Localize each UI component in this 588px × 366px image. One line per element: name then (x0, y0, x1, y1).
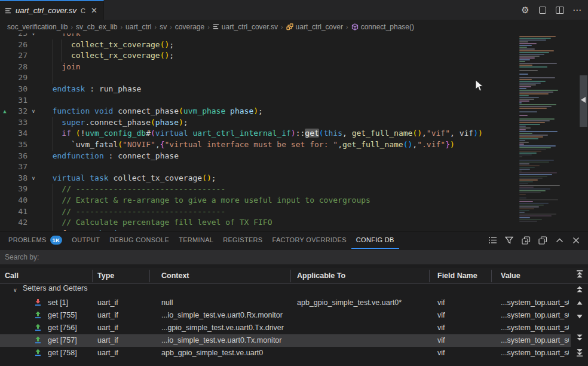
code-line: 26 collect_tx_coverage(); (0, 39, 588, 51)
breadcrumb-item[interactable]: sv (160, 23, 167, 31)
duplicate-window-icon[interactable] (538, 236, 547, 245)
class-icon (286, 23, 293, 30)
code-line: 39 // -------------------------------- (0, 184, 588, 195)
code-line: 36 endfunction : connect_phase (0, 151, 588, 162)
panel-tab-terminal[interactable]: TERMINAL (174, 231, 218, 249)
code-line: 31 (0, 95, 588, 106)
code-line: 30 endtask : run_phase (0, 84, 588, 95)
call-cell: get [756] (48, 322, 92, 334)
line-number: 32 (10, 106, 27, 117)
page-down-icon[interactable] (575, 333, 584, 341)
panel-actions (488, 231, 581, 249)
line-number: 28 (10, 62, 27, 73)
file-icon (5, 7, 12, 14)
row-down-icon[interactable] (575, 312, 584, 321)
call-cell: set [1] (48, 297, 92, 309)
layout-icon[interactable] (538, 5, 547, 15)
field-name-cell: vif (437, 309, 490, 322)
coverage-arrow-icon: ▲ (0, 106, 10, 117)
breadcrumb-item[interactable]: coverage (175, 23, 204, 31)
line-number: 25 (10, 33, 27, 39)
search-input[interactable] (0, 250, 588, 264)
context-cell: apb_gpio_simple_test.ve.uart0 (161, 347, 289, 359)
split-editor-icon[interactable] (555, 5, 565, 15)
table-row[interactable]: set [1]uart_ifnullapb_gpio_simple_test.v… (0, 297, 571, 309)
line-number: 34 (10, 128, 27, 139)
panel-tab-problems[interactable]: PROBLEMS1K (4, 231, 67, 249)
breadcrumb-item-file[interactable]: uart_ctrl_cover.sv (213, 23, 278, 31)
panel-tab-registers[interactable]: REGISTERS (218, 231, 267, 249)
fold-chevron-icon[interactable]: ∨ (27, 33, 39, 39)
get-call-icon (34, 324, 42, 333)
code-line: 41 // -------------------------------- (0, 206, 588, 218)
breadcrumb-item[interactable]: sv_cb_ex_lib (76, 23, 117, 31)
group-row-setters-and-getters[interactable]: ∨ Setters and Getters (0, 284, 571, 297)
breadcrumb: soc_verification_lib› sv_cb_ex_lib› uart… (0, 20, 588, 33)
close-panel-icon[interactable] (571, 236, 581, 245)
line-number: 35 (10, 139, 27, 151)
breadcrumb-item-class[interactable]: uart_ctrl_cover (286, 23, 343, 31)
get-call-icon (34, 336, 42, 346)
value-cell: ...system_top.uart_s0 (501, 322, 569, 334)
gear-icon[interactable]: ⚙ (520, 5, 530, 15)
search-bar (0, 250, 588, 264)
tab-language-indicator: C (81, 7, 85, 14)
column-header-applicable-to[interactable]: Applicable To (297, 268, 345, 284)
panel-tab-output[interactable]: OUTPUT (67, 231, 105, 249)
new-window-plus-icon[interactable] (521, 236, 531, 245)
line-number: 30 (10, 84, 27, 95)
close-tab-icon[interactable]: ✕ (91, 7, 97, 14)
value-cell: ...system_top.uart_s0 (501, 334, 569, 347)
line-number: 33 (10, 117, 27, 129)
file-icon (213, 23, 219, 30)
vscode-window: { "window": { "tab": { "file": "uart_ctr… (0, 0, 588, 366)
field-name-cell: vif (437, 322, 490, 334)
code-editor[interactable]: 25∨ fork26 collect_tx_coverage();27 coll… (0, 33, 588, 231)
code-line: 40 // Extract & re-arrange to give a mor… (0, 195, 588, 206)
table-header: Call Type Context Applicable To Field Na… (0, 268, 588, 284)
panel-tab-debug-console[interactable]: DEBUG CONSOLE (105, 231, 174, 249)
row-up-icon[interactable] (575, 299, 584, 307)
table-row[interactable]: get [755]uart_if...io_simple_test.ve.uar… (0, 309, 571, 322)
get-call-icon (34, 311, 42, 321)
line-number: 40 (10, 195, 27, 206)
field-name-cell: vif (437, 334, 490, 347)
code-line: ▲32∨ function void connect_phase(uvm_pha… (0, 106, 588, 117)
table-row[interactable]: get [758]uart_ifapb_gpio_simple_test.ve.… (0, 347, 571, 359)
code-line: 33 super.connect_phase(phase); (0, 117, 588, 129)
column-header-call[interactable]: Call (5, 268, 19, 284)
line-number: 41 (10, 206, 27, 218)
chevron-up-icon[interactable] (555, 236, 564, 245)
panel-tab-config-db[interactable]: CONFIG DB (351, 231, 399, 249)
column-header-type[interactable]: Type (97, 268, 114, 284)
breadcrumb-item[interactable]: soc_verification_lib (7, 23, 68, 31)
table-row[interactable]: get [757]uart_if...io_simple_test.ve.uar… (0, 334, 571, 347)
panel-tab-factory-overrides[interactable]: FACTORY OVERRIDES (268, 231, 351, 249)
line-number: 27 (10, 50, 27, 62)
column-header-context[interactable]: Context (161, 268, 189, 284)
more-actions-icon[interactable]: ⋯ (572, 5, 582, 15)
table-row[interactable]: get [756]uart_if...gpio_simple_test.ve.u… (0, 322, 571, 334)
tab-uart-ctrl-cover[interactable]: uart_ctrl_cover.sv C ✕ (0, 0, 104, 20)
line-number: 26 (10, 39, 27, 51)
code-line: 28 join (0, 62, 588, 73)
column-header-field-name[interactable]: Field Name (437, 268, 477, 284)
breadcrumb-item[interactable]: uart_ctrl (125, 23, 151, 31)
call-cell: get [757] (48, 334, 92, 347)
scroll-to-bottom-icon[interactable] (575, 349, 584, 357)
breadcrumb-item-method[interactable]: connect_phase() (351, 23, 414, 31)
page-up-icon[interactable] (575, 285, 584, 294)
list-view-icon[interactable] (488, 236, 497, 245)
scroll-to-top-icon[interactable] (575, 270, 584, 278)
fold-chevron-icon[interactable]: ∨ (27, 228, 39, 231)
code-line: 25∨ fork (0, 33, 588, 39)
code-line: 34 if (!uvm_config_db#(virtual uart_ctrl… (0, 128, 588, 139)
fold-chevron-icon[interactable]: ∨ (27, 173, 39, 184)
editor-actions: ⚙ ⋯ (520, 0, 582, 20)
filter-icon[interactable] (504, 236, 514, 245)
column-header-value[interactable]: Value (501, 268, 520, 284)
chevron-down-icon[interactable]: ∨ (13, 284, 17, 297)
line-number: 39 (10, 184, 27, 195)
fold-chevron-icon[interactable]: ∨ (27, 106, 39, 117)
context-cell: null (161, 297, 289, 309)
